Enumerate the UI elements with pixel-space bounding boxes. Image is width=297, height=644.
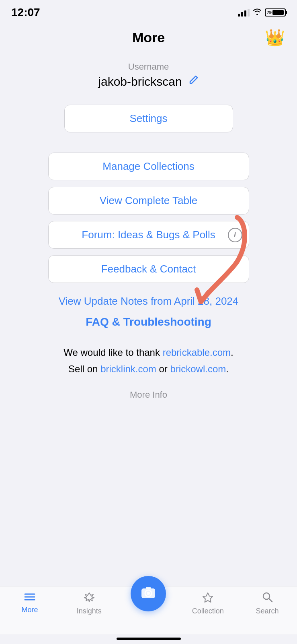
insights-icon: [84, 591, 95, 605]
svg-line-8: [269, 599, 272, 602]
bottom-nav: More Insights: [0, 586, 297, 634]
feedback-contact-button[interactable]: Feedback & Contact: [48, 255, 249, 283]
brickowl-link[interactable]: brickowl.com: [170, 363, 226, 374]
thankyou-line2: Sell on bricklink.com or brickowl.com.: [63, 361, 233, 378]
battery-icon: 79: [265, 8, 286, 17]
signal-bars-icon: [238, 8, 250, 17]
search-icon: [262, 591, 273, 605]
main-content: More 👑 Username jakob-brickscan Settings…: [0, 22, 297, 586]
info-icon[interactable]: i: [228, 228, 242, 242]
view-complete-table-button[interactable]: View Complete Table: [48, 187, 249, 215]
forum-button[interactable]: Forum: Ideas & Bugs & Polls i: [48, 221, 249, 249]
links-section: View Update Notes from April 28, 2024 FA…: [8, 295, 289, 328]
status-bar: 12:07 79: [0, 0, 297, 22]
svg-rect-6: [146, 587, 151, 589]
more-info-link[interactable]: More Info: [130, 390, 167, 400]
faq-link[interactable]: FAQ & Troubleshooting: [86, 316, 211, 328]
status-time: 12:07: [11, 6, 40, 19]
nav-label-search: Search: [256, 607, 279, 615]
manage-collections-button[interactable]: Manage Collections: [48, 153, 249, 180]
username-row: jakob-brickscan: [98, 74, 199, 89]
update-notes-link[interactable]: View Update Notes from April 28, 2024: [59, 295, 239, 308]
username-value: jakob-brickscan: [98, 75, 182, 89]
page-header: More 👑: [8, 26, 289, 50]
nav-item-insights[interactable]: Insights: [59, 591, 119, 615]
crown-icon: 👑: [265, 28, 285, 47]
svg-point-5: [147, 592, 150, 595]
bricklink-link[interactable]: bricklink.com: [100, 363, 156, 374]
nav-item-collection[interactable]: Collection: [178, 591, 238, 615]
nav-label-insights: Insights: [77, 607, 102, 615]
nav-label-more: More: [21, 606, 38, 614]
more-icon: [24, 591, 35, 604]
thankyou-section: We would like to thank rebrickable.com. …: [63, 345, 233, 378]
collection-icon: [202, 591, 213, 605]
nav-label-collection: Collection: [192, 607, 224, 615]
username-section: Username jakob-brickscan: [8, 62, 289, 89]
action-buttons: Manage Collections View Complete Table F…: [8, 153, 289, 283]
thankyou-line1: We would like to thank rebrickable.com.: [63, 345, 233, 361]
camera-fab-button[interactable]: [131, 576, 166, 611]
username-label: Username: [128, 62, 169, 72]
status-icons: 79: [238, 8, 286, 17]
nav-item-more[interactable]: More: [0, 591, 59, 614]
wifi-icon: [253, 8, 262, 17]
camera-icon: [141, 585, 156, 602]
edit-icon[interactable]: [188, 74, 199, 89]
nav-item-search[interactable]: Search: [238, 591, 297, 615]
home-indicator: [117, 638, 181, 640]
rebrickable-link[interactable]: rebrickable.com: [163, 347, 231, 358]
page-title: More: [132, 30, 165, 45]
settings-button[interactable]: Settings: [64, 105, 233, 132]
